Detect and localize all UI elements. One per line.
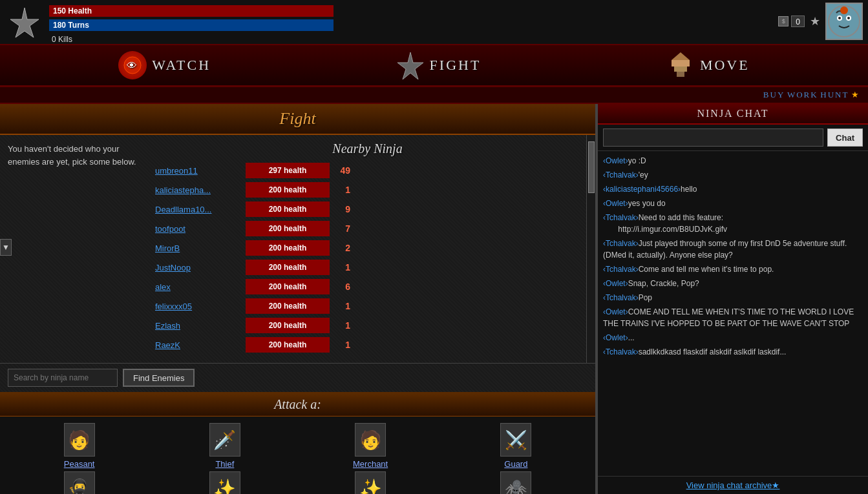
- chat-message: ‹Tchalvak›Just played through some of my…: [603, 238, 863, 261]
- work-link[interactable]: WORK: [787, 90, 818, 99]
- coin-display: $ 0: [778, 15, 805, 27]
- attack-item-guard[interactable]: ⚔️ Guard: [445, 423, 587, 469]
- search-input[interactable]: [8, 369, 118, 387]
- stat-bars: 150 Health 180 Turns 0 Kills: [49, 5, 778, 45]
- nav-move[interactable]: Move: [666, 51, 750, 79]
- ninja-name[interactable]: umbreon11: [155, 166, 246, 176]
- chat-message: ‹Tchalvak›Need to add this feature: http…: [603, 212, 863, 235]
- chat-message: ‹Tchalvak›sadlkkdkasd flaskdif alskdif a…: [603, 346, 863, 358]
- ninja-level: 1: [335, 185, 350, 195]
- attack-icon-spider: 🕷️: [500, 471, 531, 494]
- health-label: 150 Health: [53, 6, 92, 15]
- ninja-health-text: 200 health: [269, 224, 307, 233]
- ninja-row: Ezlash 200 health 1: [155, 318, 580, 333]
- ninja-name[interactable]: toofpoot: [155, 224, 246, 234]
- ninja-health-text: 200 health: [269, 340, 307, 349]
- ninja-level: 1: [335, 340, 350, 350]
- ninja-row: umbreon11 297 health 49: [155, 163, 580, 178]
- ninja-name[interactable]: MirorB: [155, 243, 246, 253]
- nearby-title: Nearby Ninja: [155, 141, 580, 156]
- star-button[interactable]: ★: [810, 14, 820, 28]
- ninja-name[interactable]: JustNoop: [155, 263, 246, 273]
- ninja-list: umbreon11 297 health 49 kaliciastepha...…: [155, 163, 580, 353]
- find-enemies-button[interactable]: Find Enemies: [123, 369, 195, 387]
- ninja-row: MirorB 200 health 2: [155, 240, 580, 256]
- fight-header: Fight: [0, 104, 595, 135]
- chat-username[interactable]: ‹Owlet›: [603, 279, 628, 288]
- chat-send-button[interactable]: Chat: [827, 129, 863, 147]
- scroll-bar[interactable]: [586, 135, 595, 363]
- ninja-health-bar: 200 health: [246, 318, 330, 333]
- ninja-name[interactable]: felixxxx05: [155, 302, 246, 311]
- nav-watch[interactable]: 👁 Watch: [118, 51, 211, 79]
- chat-message: ‹Tchalvak›Pop: [603, 292, 863, 304]
- chat-username[interactable]: ‹Owlet›: [603, 307, 628, 316]
- chat-header: Ninja Chat: [598, 104, 868, 125]
- attack-label-peasant: Peasant: [64, 459, 95, 469]
- attack-item-spider[interactable]: 🕷️ Spider: [445, 471, 587, 494]
- ninja-health-text: 200 health: [269, 263, 307, 272]
- chat-archive-link[interactable]: View ninja chat archive★: [686, 480, 780, 490]
- attack-icon-thief: 🗡️: [209, 423, 240, 457]
- secondary-nav: BUY WORK HUNT ★: [0, 87, 868, 104]
- nav-fight[interactable]: Fight: [396, 51, 482, 79]
- ninja-name[interactable]: Deadllama10...: [155, 205, 246, 214]
- top-bar: 150 Health 180 Turns 0 Kills $ 0 ★: [0, 0, 868, 45]
- ninja-level: 6: [335, 282, 350, 292]
- chat-username[interactable]: ‹kaliciastephani45666›: [603, 185, 681, 194]
- hunt-star: ★: [851, 90, 860, 99]
- fight-label: Fight: [430, 57, 482, 74]
- chat-input[interactable]: [603, 129, 823, 147]
- ninja-health-text: 297 health: [269, 166, 307, 175]
- side-arrow[interactable]: ▼: [0, 239, 12, 256]
- coin-icon: $: [778, 16, 789, 26]
- chat-username[interactable]: ‹Tchalvak›: [603, 347, 639, 356]
- attack-item-thief[interactable]: 🗡️ Thief: [153, 423, 296, 469]
- chat-username[interactable]: ‹Tchalvak›: [603, 293, 639, 302]
- attack-item-peasant[interactable]: 🧑 Peasant: [8, 423, 151, 469]
- ninja-health-bar: 297 health: [246, 163, 330, 178]
- ninja-name[interactable]: Ezlash: [155, 321, 246, 331]
- attack-label-merchant: Merchant: [353, 459, 388, 469]
- avatar[interactable]: [825, 3, 863, 40]
- attack-icon-merchant: 🧑: [355, 423, 386, 457]
- move-label: Move: [700, 57, 750, 74]
- chat-username[interactable]: ‹Tchalvak›: [603, 213, 639, 222]
- ninja-name[interactable]: RaezK: [155, 340, 246, 350]
- chat-username[interactable]: ‹Tchalvak›: [603, 239, 639, 248]
- attack-item-firefly[interactable]: ✨ ★ Firefly: [153, 471, 296, 494]
- ninja-row: RaezK 200 health 1: [155, 337, 580, 353]
- right-panel: Ninja Chat Chat ‹Owlet›yo :D‹Tchalvak›'e…: [597, 104, 868, 494]
- attack-item-fireflies[interactable]: ✨ ★ Fireflies: [299, 471, 442, 494]
- svg-rect-12: [672, 60, 690, 67]
- attack-icon-fireflies: ✨: [355, 471, 386, 494]
- chat-message: ‹Owlet›...: [603, 332, 863, 344]
- ninja-health-text: 200 health: [269, 282, 307, 291]
- svg-text:👁: 👁: [127, 60, 139, 71]
- buy-link[interactable]: BUY: [763, 90, 785, 99]
- kills-label: 0 Kills: [49, 34, 778, 45]
- attack-item-samurai[interactable]: 🥷 Samurai: [8, 471, 151, 494]
- chat-username[interactable]: ‹Owlet›: [603, 156, 628, 165]
- ninja-name[interactable]: kaliciastepha...: [155, 185, 246, 195]
- chat-username[interactable]: ‹Tchalvak›: [603, 265, 639, 274]
- turns-label: 180 Turns: [53, 21, 89, 30]
- chat-message: ‹kaliciastephani45666›hello: [603, 183, 863, 195]
- chat-username[interactable]: ‹Owlet›: [603, 199, 628, 208]
- ninja-level: 9: [335, 204, 350, 214]
- svg-point-6: [840, 6, 848, 14]
- hunt-link[interactable]: HUNT: [820, 90, 849, 99]
- scroll-thumb[interactable]: [588, 141, 595, 193]
- chat-message: ‹Owlet›Snap, Crackle, Pop?: [603, 278, 863, 289]
- chat-username[interactable]: ‹Tchalvak›: [603, 170, 639, 180]
- attack-label-thief: Thief: [215, 459, 234, 469]
- attack-item-merchant[interactable]: 🧑 Merchant: [299, 423, 442, 469]
- ninja-name[interactable]: alex: [155, 282, 246, 292]
- svg-marker-0: [10, 8, 39, 37]
- ninja-health-bar: 200 health: [246, 240, 330, 256]
- chat-username[interactable]: ‹Owlet›: [603, 333, 628, 342]
- ninja-health-text: 200 health: [269, 205, 307, 214]
- coin-count: 0: [791, 15, 805, 27]
- ninja-row: kaliciastepha... 200 health 1: [155, 182, 580, 198]
- chat-message: ‹Tchalvak›Come and tell me when it's tim…: [603, 263, 863, 275]
